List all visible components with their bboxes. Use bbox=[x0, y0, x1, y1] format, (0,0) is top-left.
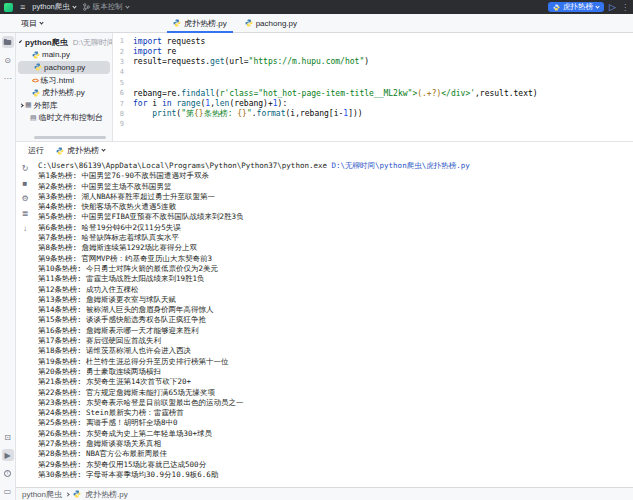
run-button[interactable]: ▷ bbox=[609, 3, 616, 12]
run-tab[interactable]: 虎扑热榜 bbox=[56, 145, 105, 156]
scrollbar-thumb[interactable] bbox=[34, 136, 106, 139]
project-selector[interactable]: python爬虫 bbox=[32, 2, 76, 12]
project-tool-icon[interactable] bbox=[2, 36, 14, 48]
tree-row-scratches[interactable]: ▤ 临时文件和控制台 bbox=[16, 112, 112, 125]
console-line: 第23条热榜: 东契奇表示哈登是目前联盟最出色的运动员之一 bbox=[38, 398, 633, 408]
library-icon: ▦ bbox=[25, 101, 32, 109]
code-line: 2import re bbox=[113, 46, 633, 56]
python-file-icon bbox=[73, 490, 81, 498]
console-line: 第13条热榜: 詹姆斯谈更衣室与球队天赋 bbox=[38, 295, 633, 305]
tree-row-external-libs[interactable]: ▦ 外部库 bbox=[16, 99, 112, 112]
chevron-down-icon bbox=[72, 4, 76, 8]
terminal-tool-icon[interactable]: ▭ bbox=[2, 485, 14, 497]
console-line: 第16条热榜: 詹姆斯表示哪一天才能够迎来胜利 bbox=[38, 326, 633, 336]
console-line: 第18条热榜: 诺维茨基称湖人也许会进入西决 bbox=[38, 346, 633, 356]
vcs-selector[interactable]: 版本控制 bbox=[83, 2, 129, 12]
python-icon bbox=[553, 4, 560, 11]
commit-tool-icon[interactable]: ⊙ bbox=[2, 54, 14, 66]
tree-item-label: 临时文件和控制台 bbox=[39, 112, 103, 123]
project-panel-header[interactable]: 项目 bbox=[0, 14, 164, 32]
project-selector-label: python爬虫 bbox=[32, 2, 70, 12]
console-line: 第15条热榜: 谈谈手感快船选秀权各队正疯狂争抢 bbox=[38, 315, 633, 325]
tree-row-hupu-py[interactable]: 虎扑热榜.py bbox=[16, 86, 112, 99]
code-line: 1import requests bbox=[113, 36, 633, 46]
console-toolbar: ↻ ■ ⚙ ≣ ↓ bbox=[16, 159, 34, 487]
editor-tabs: 虎扑热榜.py pachong.py bbox=[164, 14, 306, 32]
console-line: 第2条热榜: 中国男篮主场不敌韩国男篮 bbox=[38, 182, 633, 192]
console-line: 第26条热榜: 东契奇成为史上第二年轻单场30+球员 bbox=[38, 429, 633, 439]
main-area: ⊙ ⋯ ⊡ ▶ ! ▭ python爬虫 D:\无聊时间\python爬虫 bbox=[0, 33, 633, 500]
console-line: 第20条热榜: 勇士豪取连续两场横扫 bbox=[38, 367, 633, 377]
python-file-icon bbox=[32, 51, 40, 59]
branch-icon bbox=[83, 3, 90, 11]
console-line: 第8条热榜: 詹姆斯连续第1292场比赛得分上双 bbox=[38, 243, 633, 253]
scratch-icon: ▤ bbox=[30, 114, 37, 122]
html-file-icon: <> bbox=[32, 77, 39, 84]
tree-row-root[interactable]: python爬虫 D:\无聊时间\python爬虫 bbox=[16, 36, 112, 49]
console-line: 第10条热榜: 今日勇士对阵火箭的最低票价仅为2美元 bbox=[38, 264, 633, 274]
tab-pachong[interactable]: pachong.py bbox=[236, 14, 306, 32]
tab-hupu-rebang[interactable]: 虎扑热榜.py bbox=[164, 14, 236, 32]
problems-tool-icon[interactable]: ! bbox=[2, 467, 14, 479]
title-bar: ≡ python爬虫 版本控制 虎扑热榜 ▷ ⋮ bbox=[0, 0, 633, 14]
more-actions-icon[interactable]: ⋮ bbox=[621, 3, 629, 12]
pycharm-window: ≡ python爬虫 版本控制 虎扑热榜 ▷ ⋮ 项目 bbox=[0, 0, 633, 500]
python-file-icon bbox=[245, 19, 253, 27]
run-config-label: 虎扑热榜 bbox=[563, 2, 593, 12]
main-menu-icon[interactable]: ≡ bbox=[20, 3, 25, 12]
tree-item-label: 虎扑热榜.py bbox=[42, 87, 85, 98]
tree-item-label: 外部库 bbox=[34, 100, 58, 111]
run-config-selector[interactable]: 虎扑热榜 bbox=[548, 2, 604, 12]
code-line: 3result=requests.get(url="https://m.hupu… bbox=[113, 57, 633, 67]
exec-command: C:\Users\86139\AppData\Local\Programs\Py… bbox=[38, 161, 332, 170]
run-tab-label: 虎扑热榜 bbox=[67, 145, 99, 156]
console-line: 第21条热榜: 东契奇生涯第14次首节砍下20+ bbox=[38, 377, 633, 387]
soft-wrap-icon[interactable]: ≣ bbox=[20, 208, 31, 218]
toolbar: 项目 虎扑热榜.py pachong.py bbox=[0, 14, 633, 33]
tree-row-lianxi-html[interactable]: <> 练习.html bbox=[16, 74, 112, 87]
code-line: 6rebang=re.findall(r'class="hot_hot-page… bbox=[113, 88, 633, 98]
console-line: 第12条热榜: 成功入住五棵松 bbox=[38, 285, 633, 295]
run-tool-icon[interactable]: ▶ bbox=[2, 449, 14, 461]
chevron-down-icon bbox=[101, 147, 105, 151]
console-line: 第22条热榜: 官方规定詹姆斯未能打满65场无缘奖项 bbox=[38, 388, 633, 398]
console-line: 第25条热榜: 离谱手感！胡明轩全场8中0 bbox=[38, 418, 633, 428]
tree-row-main-py[interactable]: main.py bbox=[16, 49, 112, 62]
tree-item-label: main.py bbox=[42, 50, 70, 59]
status-bar: python爬虫 虎扑热榜.py bbox=[16, 487, 633, 500]
settings-icon[interactable]: ⚙ bbox=[20, 193, 31, 203]
console-line: 第11条热榜: 雷霆主场战胜太阳战绩来到19胜1负 bbox=[38, 274, 633, 284]
console-line: 第1条热榜: 中国男篮76-90不敌韩国遭遇对手双杀 bbox=[38, 171, 633, 181]
chevron-right-icon bbox=[65, 492, 69, 496]
code-editor[interactable]: 1import requests2import re3result=reques… bbox=[113, 33, 633, 141]
breadcrumb-file[interactable]: 虎扑热榜.py bbox=[85, 489, 128, 500]
tab-label: pachong.py bbox=[256, 19, 297, 28]
script-path-link[interactable]: D:\无聊时间\python爬虫\虎扑热榜.py bbox=[332, 161, 470, 170]
chevron-right-icon bbox=[19, 103, 23, 107]
stop-icon[interactable]: ■ bbox=[20, 178, 31, 188]
code-line: 7for i in range(1,len(rebang)+1): bbox=[113, 98, 633, 108]
python-file-icon bbox=[32, 89, 40, 97]
python-file-icon bbox=[56, 147, 64, 155]
python-file-icon bbox=[34, 63, 42, 71]
console-line: 第9条热榜: 官网MVP榜：约基奇亚历山大东契奇前3 bbox=[38, 254, 633, 264]
console-line: 第6条热榜: 哈登19分钟6中2仅11分5失误 bbox=[38, 223, 633, 233]
folder-icon bbox=[3, 38, 12, 46]
tab-label: 虎扑热榜.py bbox=[184, 18, 227, 29]
console-output[interactable]: C:\Users\86139\AppData\Local\Programs\Py… bbox=[34, 159, 633, 487]
tree-row-pachong-py[interactable]: pachong.py bbox=[18, 61, 110, 74]
console-line: 第28条热榜: NBA官方公布最新周最佳 bbox=[38, 449, 633, 459]
tree-root-path: D:\无聊时间\python爬虫 bbox=[73, 37, 113, 48]
breadcrumb-project[interactable]: python爬虫 bbox=[22, 489, 62, 500]
more-tools-icon[interactable]: ⋯ bbox=[2, 72, 14, 84]
scroll-end-icon[interactable]: ↓ bbox=[20, 223, 31, 233]
run-panel-header: 运行 虎扑热榜 bbox=[16, 142, 633, 159]
packages-tool-icon[interactable]: ⊡ bbox=[2, 431, 14, 443]
console-line: 第24条热榜: Stein最新实力榜：雷霆榜首 bbox=[38, 408, 633, 418]
tree-item-label: 练习.html bbox=[41, 75, 74, 86]
console-line: 第3条热榜: 湖人NBA杯赛胜率超过勇士升至联盟第一 bbox=[38, 192, 633, 202]
console-line: 第7条热榜: 哈登缺阵标志着球队真实水平 bbox=[38, 233, 633, 243]
code-line: 9 bbox=[113, 119, 633, 129]
rerun-icon[interactable]: ↻ bbox=[20, 163, 31, 173]
pycharm-logo-icon bbox=[4, 3, 13, 12]
